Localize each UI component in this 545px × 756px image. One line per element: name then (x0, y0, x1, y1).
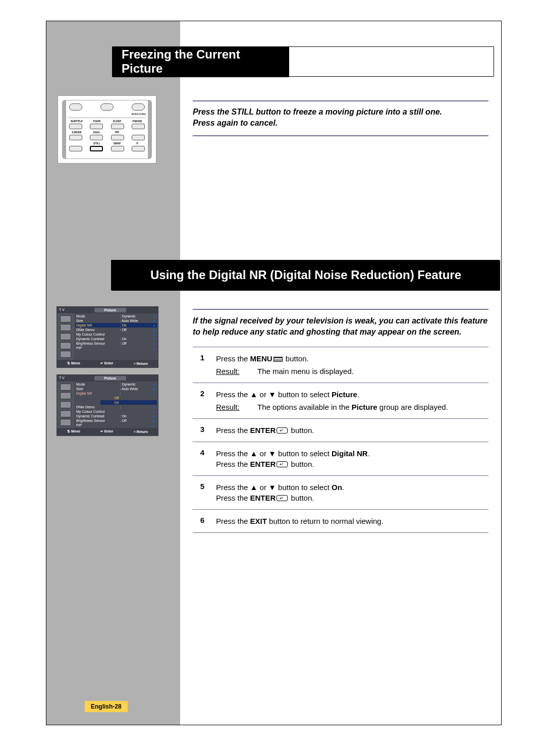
section1-intro: Press the STILL button to freeze a movin… (193, 100, 488, 136)
step-row: 4Press the or button to select Digital N… (193, 442, 488, 475)
section2-title: Using the Digital NR (Digital Noise Redu… (112, 260, 500, 291)
steps-list: 1Press the MENU button.Result:The main m… (193, 347, 488, 533)
section2-title-box: Using the Digital NR (Digital Noise Redu… (111, 260, 500, 290)
enter-icon (277, 427, 288, 434)
osd-screenshot-1: T VPicture Mode: Dynamic▶Size: Auto Wide… (57, 306, 158, 368)
enter-icon (277, 461, 288, 467)
step-row: 2Press the or button to select Picture.R… (193, 383, 488, 418)
remote-illustration: BN59-00482 SUBTITLE P.SIZE SLEEP P.MODE … (58, 95, 156, 164)
content: Freezing the Current Picture BN59-00482 … (46, 21, 501, 725)
step-row: 6Press the EXIT button to return to norm… (193, 509, 488, 532)
step-row: 1Press the MENU button.Result:The main m… (193, 347, 488, 383)
osd2-list: Mode: Dynamic▶Size: Auto Wide▶Digital NR… (74, 382, 158, 428)
menu-icon (274, 357, 283, 362)
step-row: 5Press the or button to select On.Press … (193, 475, 488, 509)
section1-title: Freezing the Current Picture (113, 47, 289, 77)
step-row: 3Press the ENTER button. (193, 418, 488, 442)
still-button-icon (90, 146, 103, 151)
section2-intro: If the signal received by your televisio… (193, 309, 488, 337)
section1-title-box: Freezing the Current Picture (112, 46, 494, 77)
page: Freezing the Current Picture BN59-00482 … (0, 0, 545, 756)
osd1-list: Mode: Dynamic▶Size: Auto Wide▶Digital NR… (74, 313, 158, 360)
osd-screenshot-2: T VPicture Mode: Dynamic▶Size: Auto Wide… (57, 374, 158, 436)
enter-icon (277, 495, 288, 501)
remote-serial: BN59-00482 (132, 113, 146, 116)
page-number-badge: English-28 (85, 701, 128, 712)
